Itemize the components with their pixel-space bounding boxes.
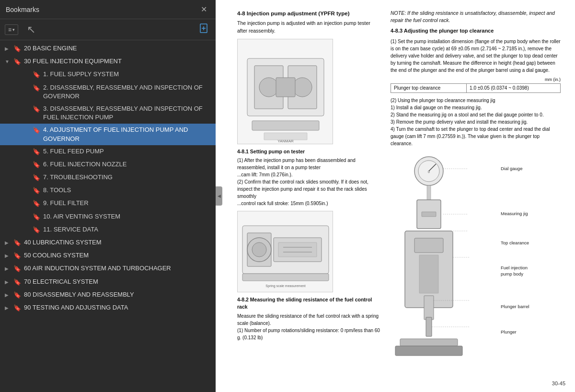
- clearance-table: Plunger top clearance 1.0 ±0.05 (0.0374 …: [391, 83, 561, 93]
- nav-item-20[interactable]: 🔖 20 BASIC ENGINE: [0, 42, 216, 55]
- nav-label-70: 70 ELECTRICAL SYSTEM: [24, 277, 212, 286]
- cursor-position: ↖: [27, 23, 35, 36]
- nav-label-30-3: 3. DISASSEMBLY, REASSEMBLY AND INSPECTIO…: [43, 104, 212, 122]
- bookmark-icon-30: 🔖: [13, 58, 21, 66]
- note-text: NOTE: If the sliding resistance is unsat…: [391, 10, 561, 23]
- expand-arrow-70: [5, 279, 11, 286]
- svg-point-15: [252, 242, 266, 257]
- close-button[interactable]: ✕: [198, 4, 210, 15]
- new-bookmark-button[interactable]: [196, 22, 211, 37]
- sub-section-4-8-3: 4-8.3 Adjusting the plunger top clearanc…: [391, 27, 561, 35]
- bookmark-icon-30-3: 🔖: [33, 105, 40, 114]
- chevron-down-icon: ▾: [12, 27, 15, 32]
- sidebar: Bookmarks ✕ ≡ ▾ ↖ 🔖 20 BASIC ENGINE: [0, 0, 216, 392]
- label-plunger-barrel: Plunger barrel: [501, 303, 539, 310]
- bookmark-icon-50: 🔖: [13, 252, 21, 260]
- label-dial-gauge: Dial gauge: [501, 165, 539, 172]
- nav-item-50[interactable]: 🔖 50 COOLING SYSTEM: [0, 249, 216, 262]
- svg-rect-17: [278, 242, 317, 257]
- svg-text:Spring scale measurement: Spring scale measurement: [265, 284, 305, 288]
- svg-rect-26: [427, 185, 431, 200]
- nav-item-30-9[interactable]: 🔖 9. FUEL FILTER: [0, 197, 216, 210]
- measuring-text: Measure the sliding resistance of the fu…: [237, 312, 381, 341]
- svg-rect-20: [242, 274, 329, 281]
- table-cell-value: 1.0 ±0.05 (0.0374 ~ 0.0398): [467, 84, 561, 93]
- step2-text: (2) Using the plunger top clearance meas…: [391, 97, 561, 147]
- svg-rect-30: [414, 238, 443, 253]
- label-measuring-jig: Measuring jig: [501, 210, 539, 217]
- nav-label-60: 60 AIR INDUCTION SYSTEM AND TURBOCHAGER: [24, 264, 212, 273]
- label-fuel-injection-pump-body: Fuel injection pump body: [501, 265, 539, 277]
- svg-rect-31: [419, 255, 438, 293]
- nav-item-30-1[interactable]: 🔖 1. FUEL SUPPLY SYSTEM: [0, 68, 216, 81]
- nav-label-50: 50 COOLING SYSTEM: [24, 251, 212, 260]
- sub-section-4-8-1: 4-8.1 Setting pump on tester: [237, 148, 381, 155]
- main-content: ◀ 728402 4-8 Injection pump adjustment (…: [216, 0, 575, 392]
- nav-item-30[interactable]: 🔖 30 FUEL INJECTION EQUIPMENT: [0, 55, 216, 68]
- adjusting-text: (1) Set the pump installation dimension …: [391, 38, 561, 74]
- nav-item-80[interactable]: 🔖 80 DISASSEMBLY AND REASSEMBLY: [0, 288, 216, 301]
- nav-item-30-11[interactable]: 🔖 11. SERVICE DATA: [0, 223, 216, 236]
- nav-item-30-4[interactable]: 🔖 4. ADJUSTMENT OF FUEL INJECTION PUMP A…: [0, 124, 216, 145]
- pump-test-svg: Spring scale measurement: [238, 211, 333, 292]
- nav-label-30-5: 5. FUEL FEED PUMP: [43, 147, 212, 156]
- bookmark-icon-80: 🔖: [13, 291, 21, 300]
- bookmark-icon-90: 🔖: [13, 304, 21, 312]
- bookmark-icon-30-8: 🔖: [33, 186, 40, 195]
- bookmark-icon-30-4: 🔖: [33, 126, 40, 135]
- nav-item-30-8[interactable]: 🔖 8. TOOLS: [0, 184, 216, 197]
- nav-item-60[interactable]: 🔖 60 AIR INDUCTION SYSTEM AND TURBOCHAGE…: [0, 262, 216, 275]
- plunger-assembly-svg: 0: [391, 152, 496, 358]
- setting-text: (1) After the injection pump has been di…: [237, 157, 381, 207]
- sub-section-4-8-2: 4-8.2 Measuring the sliding resistance o…: [237, 296, 381, 310]
- bookmark-icon-30-2: 🔖: [33, 84, 40, 92]
- label-top-clearance: Top clearance: [501, 240, 539, 246]
- bookmark-icon-60: 🔖: [13, 265, 21, 273]
- right-column: NOTE: If the sliding resistance is unsat…: [391, 10, 561, 382]
- bookmark-icon-70: 🔖: [13, 278, 21, 287]
- svg-rect-32: [424, 296, 434, 320]
- expand-icon: ≡: [8, 26, 12, 33]
- nav-label-30: 30 FUEL INJECTION EQUIPMENT: [24, 57, 212, 66]
- nav-item-40[interactable]: 🔖 40 LUBRICATING SYSTEM: [0, 236, 216, 249]
- expand-all-button[interactable]: ≡ ▾: [5, 24, 18, 35]
- svg-rect-11: [264, 133, 307, 140]
- diagram-labels: Dial gauge Measuring jig Top clearance F…: [501, 152, 539, 358]
- sidebar-title: Bookmarks: [6, 6, 39, 13]
- nav-item-30-5[interactable]: 🔖 5. FUEL FEED PUMP: [0, 145, 216, 158]
- nav-item-30-10[interactable]: 🔖 10. AIR VENTING SYSTEM: [0, 210, 216, 223]
- svg-rect-33: [426, 317, 432, 336]
- nav-label-40: 40 LUBRICATING SYSTEM: [24, 238, 212, 247]
- page-view: 728402 4-8 Injection pump adjustment (YP…: [216, 0, 575, 392]
- nav-label-30-6: 6. FUEL INJECTION NOZZLE: [43, 160, 212, 169]
- bookmark-icon-30-1: 🔖: [33, 70, 40, 79]
- nav-label-30-7: 7. TROUBLESHOOTING: [43, 173, 212, 182]
- nav-label-30-1: 1. FUEL SUPPLY SYSTEM: [43, 70, 212, 79]
- label-plunger: Plunger: [501, 329, 539, 335]
- sidebar-nav: 🔖 20 BASIC ENGINE 🔖 30 FUEL INJECTION EQ…: [0, 40, 216, 392]
- nav-item-70[interactable]: 🔖 70 ELECTRICAL SYSTEM: [0, 276, 216, 288]
- page-number: 30-45: [552, 380, 565, 387]
- nav-label-30-4: 4. ADJUSTMENT OF FUEL INJECTION PUMP AND…: [43, 126, 212, 143]
- bookmark-icon-30-9: 🔖: [33, 199, 40, 208]
- sidebar-header: Bookmarks ✕: [0, 0, 216, 19]
- nav-item-30-7[interactable]: 🔖 7. TROUBLESHOOTING: [0, 171, 216, 184]
- nav-label-30-8: 8. TOOLS: [43, 186, 212, 195]
- nav-item-30-2[interactable]: 🔖 2. DISASSEMBLY, REASSEMBLY AND INSPECT…: [0, 81, 216, 103]
- svg-rect-28: [422, 212, 436, 217]
- expand-arrow-60: [5, 265, 11, 272]
- collapse-sidebar-handle[interactable]: ◀: [216, 186, 222, 206]
- svg-point-8: [293, 78, 312, 97]
- bookmark-icon-20: 🔖: [13, 45, 21, 53]
- nav-label-20: 20 BASIC ENGINE: [24, 44, 212, 53]
- bookmark-icon-30-7: 🔖: [33, 173, 40, 182]
- nav-label-30-10: 10. AIR VENTING SYSTEM: [43, 212, 212, 221]
- expand-arrow-90: [5, 305, 11, 311]
- expand-arrow-80: [5, 292, 11, 299]
- nav-item-30-3[interactable]: 🔖 3. DISASSEMBLY, REASSEMBLY AND INSPECT…: [0, 103, 216, 124]
- table-cell-label: Plunger top clearance: [391, 84, 467, 93]
- nav-item-30-6[interactable]: 🔖 6. FUEL INJECTION NOZZLE: [0, 158, 216, 171]
- svg-point-7: [259, 78, 278, 97]
- section-title-4-8: 4-8 Injection pump adjustment (YPFR type…: [237, 10, 381, 17]
- nav-item-90[interactable]: 🔖 90 TESTING AND ADJUSTING DATA: [0, 301, 216, 314]
